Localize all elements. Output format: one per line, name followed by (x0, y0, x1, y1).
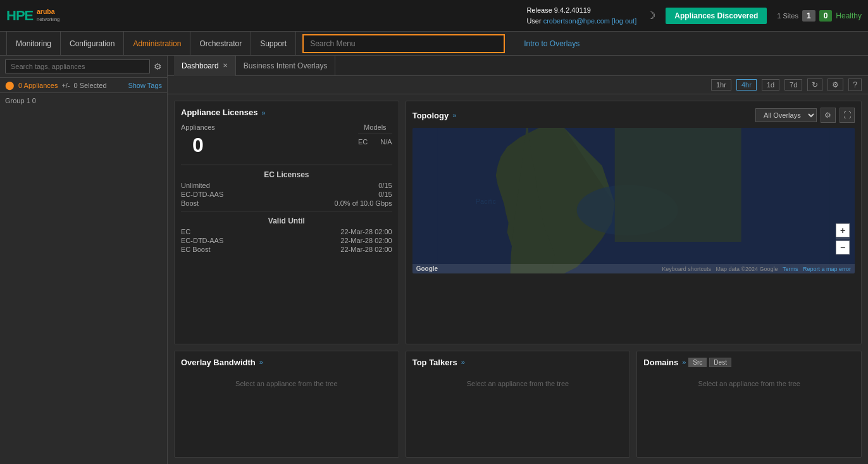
sidebar-search-input[interactable] (5, 60, 150, 73)
tabs-bar: Dashboard ✕ Business Intent Overlays (168, 56, 868, 76)
header: HPE aruba networking Release 9.4.2.40119… (0, 0, 868, 32)
tab-dashboard-label: Dashboard (182, 61, 219, 70)
zoom-in-button[interactable]: + (836, 223, 850, 237)
overlay-bandwidth-panel: Overlay Bandwidth » Select an appliance … (174, 351, 399, 458)
user-email: crobertson@hpe.com (543, 17, 610, 25)
models-sub-label: Models (358, 123, 392, 131)
top-talkers-header: Top Talkers » (412, 358, 624, 367)
valid-ec-row: EC 22-Mar-28 02:00 (181, 228, 392, 235)
overlay-bandwidth-arrow[interactable]: » (259, 358, 263, 366)
sidebar-controls: ⬤ 0 Appliances +/- 0 Selected Show Tags (0, 78, 167, 93)
sidebar-search-bar: ⚙ (0, 56, 167, 78)
appliances-label: 0 Appliances (18, 82, 58, 89)
licenses-panel-header: Appliance Licenses » (181, 108, 392, 117)
domains-title: Domains (643, 358, 678, 367)
map-footer-text: Keyboard shortcuts Map data ©2024 Google… (662, 266, 851, 272)
topology-arrow[interactable]: » (452, 111, 456, 119)
svg-text:networking: networking (37, 16, 59, 22)
sidebar-group: Group 1 0 (0, 93, 167, 108)
appliances-icon: ⬤ (5, 80, 15, 90)
topo-settings-btn[interactable]: ⚙ (821, 108, 836, 123)
healthy-count: 0 (819, 10, 833, 22)
top-talkers-arrow[interactable]: » (461, 358, 465, 366)
sidebar-gear-icon[interactable]: ⚙ (154, 61, 162, 72)
map-divider (836, 239, 850, 239)
domains-header: Domains » Src Dest (643, 358, 855, 367)
show-tags-link[interactable]: Show Tags (128, 82, 162, 89)
zoom-out-button[interactable]: − (836, 241, 850, 254)
search-menu-input[interactable] (302, 34, 505, 53)
sites-label: 1 Sites (777, 12, 798, 20)
domains-arrow[interactable]: » (682, 358, 686, 366)
appliances-big-number: 0 (181, 134, 215, 157)
topology-title: Topology (412, 111, 449, 120)
ec-dtd-row: EC-DTD-AAS 0/15 (181, 191, 392, 198)
navbar: Monitoring Configuration Administration … (0, 32, 868, 56)
appliances-discovered-button[interactable]: Appliances Discovered (666, 8, 767, 24)
domains-filter-controls: Src Dest (688, 358, 731, 367)
tab-dashboard[interactable]: Dashboard ✕ (174, 56, 236, 76)
time-7d[interactable]: 7d (784, 79, 802, 91)
boost-label: Boost (181, 199, 199, 207)
sites-count: 1 (802, 10, 815, 22)
top-talkers-panel: Top Talkers » Select an appliance from t… (406, 351, 631, 458)
aruba-logo: aruba networking (37, 6, 75, 25)
header-right: Release 9.4.2.40119 User crobertson@hpe.… (526, 5, 862, 26)
valid-ec-value: 22-Mar-28 02:00 (340, 228, 392, 235)
unlimited-label: Unlimited (181, 182, 210, 189)
logo-area: HPE aruba networking (6, 6, 75, 25)
tab-dashboard-close[interactable]: ✕ (223, 62, 228, 69)
appliances-sub: Appliances 0 (181, 123, 215, 160)
src-filter-btn[interactable]: Src (688, 358, 707, 367)
selected-count: 0 Selected (74, 82, 107, 89)
topology-panel: Topology » All Overlays ⚙ ⛶ (406, 101, 862, 344)
license-ec-models: EC N/A (358, 134, 392, 146)
help-button[interactable]: ? (848, 78, 862, 91)
time-1d[interactable]: 1d (762, 79, 779, 91)
nav-orchestrator[interactable]: Orchestrator (190, 32, 251, 56)
nav-administration[interactable]: Administration (124, 32, 190, 56)
main: ⚙ ⬤ 0 Appliances +/- 0 Selected Show Tag… (0, 56, 868, 464)
overlay-bandwidth-title: Overlay Bandwidth (181, 358, 256, 367)
licenses-arrow[interactable]: » (261, 109, 265, 116)
map-svg: Pacific (412, 128, 855, 273)
intro-overlays-link[interactable]: Intro to Overlays (524, 39, 580, 48)
valid-ec-dtd-value: 22-Mar-28 02:00 (340, 237, 392, 244)
google-logo: Google (416, 265, 438, 272)
tab-business-intent-overlays[interactable]: Business Intent Overlays (236, 56, 336, 76)
release-label: Release (526, 6, 552, 14)
map-container: Pacific + − Google Keyboard shortcuts Ma… (412, 128, 855, 273)
models-sub: Models EC N/A (358, 123, 392, 160)
valid-ec-label: EC (181, 228, 190, 235)
ec-dtd-label: EC-DTD-AAS (181, 191, 223, 198)
refresh-button[interactable]: ↻ (807, 78, 822, 91)
dashboard: Appliance Licenses » Appliances 0 Models… (168, 94, 868, 464)
logout-link[interactable]: [log out] (612, 17, 636, 25)
valid-ec-dtd-row: EC-DTD-AAS 22-Mar-28 02:00 (181, 237, 392, 244)
unlimited-row: Unlimited 0/15 (181, 182, 392, 189)
time-1hr[interactable]: 1hr (711, 79, 731, 91)
domains-empty: Select an appliance from the tree (643, 380, 855, 387)
healthy-text: Healthy (836, 11, 862, 20)
dest-filter-btn[interactable]: Dest (709, 358, 731, 367)
overlay-bandwidth-empty: Select an appliance from the tree (181, 380, 392, 387)
overlay-select[interactable]: All Overlays (755, 108, 817, 122)
valid-until-title: Valid Until (181, 216, 392, 225)
time-4hr[interactable]: 4hr (736, 79, 757, 91)
settings-button[interactable]: ⚙ (828, 78, 843, 91)
topology-header: Topology » All Overlays ⚙ ⛶ (412, 108, 855, 123)
nav-support[interactable]: Support (251, 32, 296, 56)
nav-configuration[interactable]: Configuration (61, 32, 124, 56)
ec-dtd-value: 0/15 (378, 191, 392, 198)
plus-minus-control[interactable]: +/- (61, 82, 70, 89)
boost-row: Boost 0.0% of 10.0 Gbps (181, 199, 392, 207)
moon-icon[interactable]: ☽ (647, 9, 655, 22)
nav-monitoring[interactable]: Monitoring (6, 32, 61, 56)
map-footer: Google Keyboard shortcuts Map data ©2024… (412, 264, 855, 273)
ec-licenses-title: EC Licenses (181, 170, 392, 179)
tab-bio-label: Business Intent Overlays (244, 61, 328, 70)
valid-ec-boost-value: 22-Mar-28 02:00 (340, 246, 392, 253)
valid-ec-dtd-label: EC-DTD-AAS (181, 237, 223, 244)
topo-expand-btn[interactable]: ⛶ (840, 108, 855, 123)
sidebar: ⚙ ⬤ 0 Appliances +/- 0 Selected Show Tag… (0, 56, 168, 464)
